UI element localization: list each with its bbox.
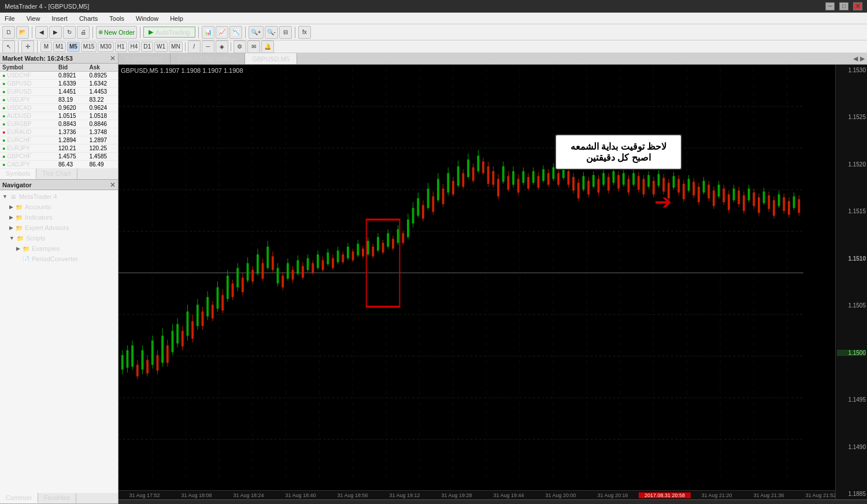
tab-gbpusd-m5[interactable]: GBPUSD,M5 <box>245 53 297 64</box>
market-symbol: ● AUDUSD <box>0 112 56 120</box>
forward-button[interactable]: ▶ <box>49 26 62 39</box>
indicator-btn[interactable]: fx <box>298 26 311 39</box>
market-row[interactable]: ● AUDUSD 1.0515 1.0518 <box>0 112 118 120</box>
tf-m1b[interactable]: M1 <box>53 42 66 52</box>
minimize-button[interactable]: ─ <box>825 2 835 10</box>
tf-m30[interactable]: M30 <box>98 42 113 52</box>
annotation-line1: لاحظ توقيت بداية الشمعه <box>565 141 672 152</box>
tf-m1[interactable]: M <box>40 42 52 52</box>
market-row[interactable]: ● GBPCHF 1.4575 1.4585 <box>0 153 118 161</box>
market-ask: 1.2897 <box>87 136 118 144</box>
menu-charts[interactable]: Charts <box>77 14 100 23</box>
time-3: 31 Aug 18:24 <box>223 492 275 498</box>
nav-examples[interactable]: ▶ 📁 Examples <box>0 243 118 254</box>
main-toolbar: 🗋 📂 ◀ ▶ ↻ 🖨 ⊕ New Order ▶ AutoTrading 📊 … <box>0 24 867 40</box>
menu-tools[interactable]: Tools <box>107 14 127 23</box>
back-button[interactable]: ◀ <box>35 26 48 39</box>
tf-sound[interactable]: 🔔 <box>261 40 274 53</box>
tf-mn[interactable]: MN <box>169 42 183 52</box>
nav-accounts[interactable]: ▶ 📁 Accounts <box>0 202 118 212</box>
menu-insert[interactable]: Insert <box>49 14 70 23</box>
chart-scrollbar[interactable] <box>118 499 867 504</box>
tf-hline[interactable]: ─ <box>202 40 214 53</box>
tf-sep1 <box>18 41 18 53</box>
expander-icon-ea: ▶ <box>9 225 13 231</box>
sep6 <box>295 27 295 38</box>
tab-favorites[interactable]: Favorites <box>38 493 76 503</box>
market-row[interactable]: ● EURGBP 0.8843 0.8846 <box>0 120 118 128</box>
menu-file[interactable]: File <box>2 14 17 23</box>
market-table-container[interactable]: Symbol Bid Ask ● USDCHF 0.8921 0.8925 ● … <box>0 64 118 169</box>
fit-chart[interactable]: ⊟ <box>279 26 292 39</box>
tab-eurusd-m1[interactable]: EURUSD,M1 <box>118 53 171 64</box>
tf-cursor[interactable]: ↖ <box>2 40 15 53</box>
nav-indicators[interactable]: ▶ 📁 Indicators <box>0 212 118 223</box>
menu-view[interactable]: View <box>24 14 43 23</box>
market-bid: 1.4575 <box>56 153 87 161</box>
market-bid: 86.43 <box>56 161 87 169</box>
col-bid: Bid <box>56 64 87 72</box>
tf-trendline[interactable]: / <box>188 40 201 53</box>
zoom-out[interactable]: 🔍- <box>265 26 278 39</box>
nav-metatrader4[interactable]: ▼ 🖥 MetaTrader 4 <box>0 191 118 202</box>
auto-trading-button[interactable]: ▶ AutoTrading <box>143 27 195 38</box>
time-13: 31 Aug 21:36 <box>743 492 795 498</box>
time-highlight: 2017.08.31 20:58 <box>639 492 691 498</box>
nav-period-converter[interactable]: ▶ 📄 PeriodConverter <box>0 254 118 264</box>
open-button[interactable]: 📂 <box>16 26 29 39</box>
refresh-button[interactable]: ↻ <box>63 26 76 39</box>
tf-h1[interactable]: H1 <box>115 42 127 52</box>
chart-type-line[interactable]: 📉 <box>229 26 242 39</box>
time-5: 31 Aug 18:56 <box>327 492 379 498</box>
new-button[interactable]: 🗋 <box>2 26 15 39</box>
price-6: 1.1505 <box>837 302 866 309</box>
tf-m15[interactable]: M15 <box>81 42 97 52</box>
market-row[interactable]: ● EURUSD 1.4451 1.4453 <box>0 88 118 96</box>
market-row[interactable]: ● USDJPY 83.19 83.22 <box>0 96 118 104</box>
tf-d1[interactable]: D1 <box>141 42 153 52</box>
tf-m5[interactable]: M5 <box>67 42 80 52</box>
close-button[interactable]: ✕ <box>853 2 862 10</box>
tab-tick-chart[interactable]: Tick Chart <box>36 169 77 179</box>
tf-properties[interactable]: ⚙ <box>234 40 246 53</box>
menu-help[interactable]: Help <box>168 14 186 23</box>
chart-type-bar[interactable]: 📊 <box>202 26 214 39</box>
market-row[interactable]: ● USDCHF 0.8921 0.8925 <box>0 72 118 80</box>
menu-window[interactable]: Window <box>134 14 161 23</box>
chart-scroll-right[interactable]: ▶ <box>860 55 865 62</box>
nav-scripts-label: Scripts <box>26 235 46 242</box>
new-order-button[interactable]: ⊕ New Order <box>96 26 137 39</box>
market-row[interactable]: ● CADJPY 86.43 86.49 <box>0 161 118 169</box>
tf-email[interactable]: ✉ <box>247 40 260 53</box>
zoom-in[interactable]: 🔍+ <box>249 26 264 39</box>
chart-main[interactable] <box>118 65 835 490</box>
chart-scroll-left[interactable]: ◀ <box>853 55 858 62</box>
nav-scripts[interactable]: ▼ 📁 Scripts <box>0 233 118 243</box>
nav-label: MetaTrader 4 <box>19 193 57 200</box>
timeframe-toolbar: ↖ ✛ M M1 M5 M15 M30 H1 H4 D1 W1 MN / ─ ◈… <box>0 40 867 53</box>
tab-common[interactable]: Common <box>0 493 38 503</box>
market-row[interactable]: ● EURAUD 1.3736 1.3748 <box>0 128 118 136</box>
tf-w1[interactable]: W1 <box>154 42 168 52</box>
market-row[interactable]: ● USDCAD 0.9620 0.9624 <box>0 104 118 112</box>
market-row[interactable]: ● EURJPY 120.21 120.25 <box>0 144 118 153</box>
market-ask: 0.8925 <box>87 72 118 80</box>
market-row[interactable]: ● GBPUSD 1.6339 1.6342 <box>0 80 118 88</box>
tab-symbols[interactable]: Symbols <box>0 169 36 179</box>
market-bid: 1.4451 <box>56 88 87 96</box>
navigator-tree: ▼ 🖥 MetaTrader 4 ▶ 📁 Accounts ▶ 📁 Indica… <box>0 190 118 493</box>
tf-fib[interactable]: ◈ <box>216 40 228 53</box>
time-labels: 31 Aug 17:52 31 Aug 18:08 31 Aug 18:24 3… <box>118 490 835 499</box>
tf-h4[interactable]: H4 <box>128 42 140 52</box>
market-row[interactable]: ● EURCHF 1.2894 1.2897 <box>0 136 118 144</box>
tab-eurusd-m2[interactable]: EURUSD,M2 (offline) <box>171 53 245 64</box>
print-button[interactable]: 🖨 <box>77 26 90 39</box>
market-watch-close[interactable]: ✕ <box>110 54 116 62</box>
folder-icon-scripts: 📁 <box>16 234 24 242</box>
tf-crosshair[interactable]: ✛ <box>21 40 34 53</box>
maximize-button[interactable]: □ <box>839 2 849 10</box>
nav-expert-advisors[interactable]: ▶ 📁 Expert Advisors <box>0 223 118 233</box>
market-symbol: ● GBPCHF <box>0 153 56 161</box>
chart-type-candle[interactable]: 📈 <box>216 26 228 39</box>
navigator-close[interactable]: ✕ <box>110 181 116 189</box>
